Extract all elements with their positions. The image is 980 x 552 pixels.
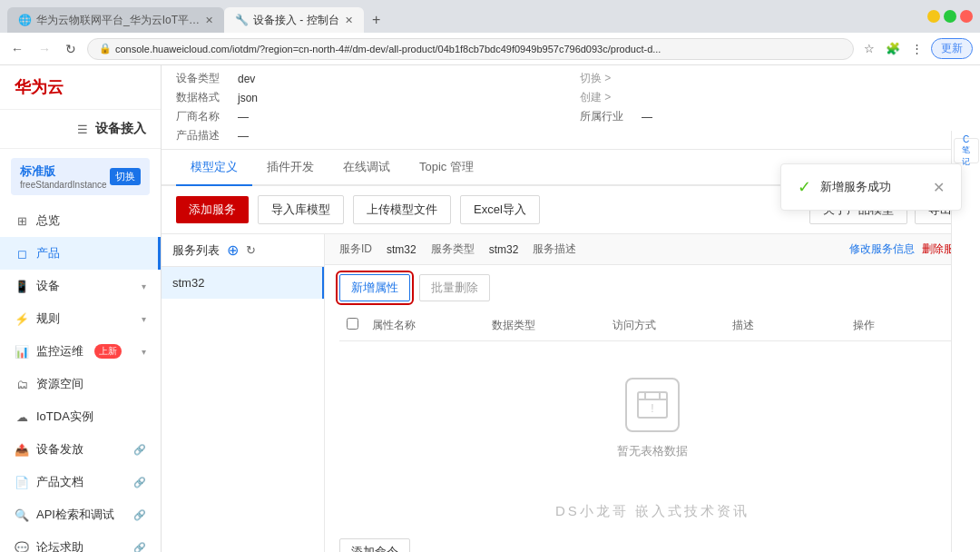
sidebar-item-resource[interactable]: 🗂 资源空间	[0, 368, 161, 400]
sidebar-item-label: IoTDA实例	[36, 409, 93, 425]
device-release-link-icon: 🔗	[133, 444, 146, 456]
window-minimize-button[interactable]	[927, 10, 940, 23]
menu-icon[interactable]: ☰	[77, 123, 88, 136]
extension-icon[interactable]: 🧩	[883, 39, 903, 58]
sidebar-item-label: 规则	[36, 310, 60, 327]
sidebar-item-label: 资源空间	[36, 376, 83, 392]
back-button[interactable]: ←	[7, 38, 27, 60]
address-text: console.huaweicloud.com/iotdm/?region=cn…	[115, 44, 661, 54]
rule-icon: ⚡	[15, 311, 29, 326]
notification-close-button[interactable]: ✕	[933, 179, 945, 196]
service-detail-panel: 服务ID stm32 服务类型 stm32 服务描述 修改服务信息 删除服务 新…	[325, 234, 980, 552]
product-doc-link-icon: 🔗	[133, 477, 146, 488]
tab-plugin[interactable]: 插件开发	[252, 150, 328, 186]
service-item-stm32[interactable]: stm32	[162, 267, 324, 299]
service-list-panel: 服务列表 ⊕ ↻ stm32	[162, 234, 325, 552]
plan-section: 标准版 freeStandardInstance 切换	[11, 158, 150, 195]
tab-2-label: 设备接入 - 控制台	[253, 13, 339, 28]
device-expand-arrow: ▾	[142, 281, 146, 291]
sidebar-nav: ⊞ 总览 ◻ 产品 📱 设备 ▾ ⚡ 规则 ▾ 📊 监控运维 上新 ▾	[0, 204, 161, 552]
svg-text:!: !	[651, 402, 653, 415]
excel-import-button[interactable]: Excel导入	[460, 195, 540, 224]
watermark: DS小龙哥 嵌入式技术资讯	[325, 496, 980, 527]
industry-value: —	[642, 111, 652, 123]
attr-table: 属性名称 数据类型 访问方式 描述 操作	[325, 310, 980, 341]
sidebar-item-forum[interactable]: 💬 论坛求助 🔗	[0, 531, 161, 552]
update-button[interactable]: 更新	[931, 38, 973, 59]
tab-2-close[interactable]: ✕	[345, 15, 353, 26]
create-row: 创建 >	[580, 90, 965, 105]
sidebar-item-api[interactable]: 🔍 API检索和调试 🔗	[0, 498, 161, 531]
overview-icon: ⊞	[15, 213, 29, 228]
upload-model-button[interactable]: 上传模型文件	[353, 195, 451, 224]
device-type-row: 设备类型 dev	[176, 71, 562, 86]
sidebar-title: 设备接入	[95, 121, 146, 137]
empty-text: 暂无表格数据	[617, 443, 688, 459]
sidebar-item-device[interactable]: 📱 设备 ▾	[0, 270, 161, 302]
forum-icon: 💬	[15, 540, 29, 552]
product-doc-icon: 📄	[15, 475, 29, 489]
attr-toolbar: 新增属性 批量删除	[325, 265, 980, 310]
sidebar-item-overview[interactable]: ⊞ 总览	[0, 204, 161, 237]
product-desc-label: 产品描述	[176, 128, 230, 143]
sidebar-title-row: ☰ 设备接入	[0, 110, 161, 149]
monitor-icon: 📊	[15, 344, 29, 359]
sidebar-item-label: 产品	[36, 245, 60, 261]
reload-button[interactable]: ↻	[62, 38, 80, 60]
batch-delete-button[interactable]: 批量删除	[419, 274, 490, 301]
sidebar-item-monitor[interactable]: 📊 监控运维 上新 ▾	[0, 335, 161, 368]
switch-label: 切换 >	[580, 71, 634, 86]
settings-icon[interactable]: ⋮	[908, 39, 926, 58]
data-format-value: json	[238, 92, 258, 104]
service-add-icon[interactable]: ⊕	[227, 242, 239, 259]
device-release-icon: 📤	[15, 442, 29, 457]
tab-topic[interactable]: Topic 管理	[405, 150, 488, 186]
col-checkbox	[339, 318, 365, 333]
bookmark-icon[interactable]: ☆	[861, 39, 877, 58]
col-ops: 操作	[846, 318, 965, 333]
browser-tab-2[interactable]: 🔧 设备接入 - 控制台 ✕	[224, 7, 364, 33]
right-panel-icon-c[interactable]: C 笔 记	[954, 138, 979, 163]
sidebar-item-iotda[interactable]: ☁ IoTDA实例	[0, 400, 161, 433]
resource-icon: 🗂	[15, 377, 29, 391]
service-id-label: 服务ID	[339, 242, 372, 257]
address-bar[interactable]: 🔒 console.huaweicloud.com/iotdm/?region=…	[87, 38, 854, 60]
forward-button[interactable]: →	[34, 38, 54, 60]
browser-tab-1[interactable]: 🌐 华为云物联网平台_华为云IoT平… ✕	[7, 7, 224, 33]
monitor-expand-arrow: ▾	[142, 347, 146, 357]
product-icon: ◻	[15, 246, 29, 261]
tab-debug[interactable]: 在线调试	[328, 150, 405, 186]
empty-icon: !	[625, 378, 680, 432]
tab-1-close[interactable]: ✕	[205, 15, 213, 26]
device-type-value: dev	[238, 73, 255, 85]
sidebar-item-device-release[interactable]: 📤 设备发放 🔗	[0, 433, 161, 466]
sidebar-item-product-doc[interactable]: 📄 产品文档 🔗	[0, 466, 161, 498]
service-refresh-icon[interactable]: ↻	[246, 243, 256, 257]
window-close-button[interactable]	[960, 10, 973, 23]
sidebar-item-rule[interactable]: ⚡ 规则 ▾	[0, 302, 161, 335]
window-maximize-button[interactable]	[944, 10, 956, 23]
add-service-button[interactable]: 添加服务	[176, 196, 249, 223]
edit-service-button[interactable]: 修改服务信息	[849, 242, 915, 257]
sidebar-item-label: 监控运维	[36, 343, 83, 360]
col-desc: 描述	[725, 318, 845, 333]
attr-table-header: 属性名称 数据类型 访问方式 描述 操作	[339, 310, 965, 341]
import-model-button[interactable]: 导入库模型	[258, 195, 344, 224]
new-tab-button[interactable]: +	[364, 7, 389, 33]
sidebar-item-label: 设备发放	[36, 441, 83, 458]
sidebar-item-product[interactable]: ◻ 产品	[0, 237, 161, 270]
add-attr-button[interactable]: 新增属性	[339, 274, 410, 301]
plan-switch-button[interactable]: 切换	[110, 168, 141, 185]
product-info-bar: 设备类型 dev 切换 > 数据格式 json 创建 > 厂商名称 — 所属行业…	[162, 65, 980, 150]
manufacturer-value: —	[238, 111, 249, 123]
service-desc-label: 服务描述	[533, 242, 576, 257]
tab-model[interactable]: 模型定义	[176, 150, 252, 186]
switch-row: 切换 >	[580, 71, 965, 86]
service-type-value: stm32	[489, 243, 519, 256]
select-all-checkbox[interactable]	[347, 318, 358, 330]
sidebar-item-label: 总览	[36, 212, 60, 229]
sidebar-item-label: 论坛求助	[36, 539, 83, 552]
add-command-button[interactable]: 添加命令	[339, 538, 410, 552]
success-check-icon: ✓	[798, 177, 811, 197]
col-data-type: 数据类型	[485, 318, 604, 333]
